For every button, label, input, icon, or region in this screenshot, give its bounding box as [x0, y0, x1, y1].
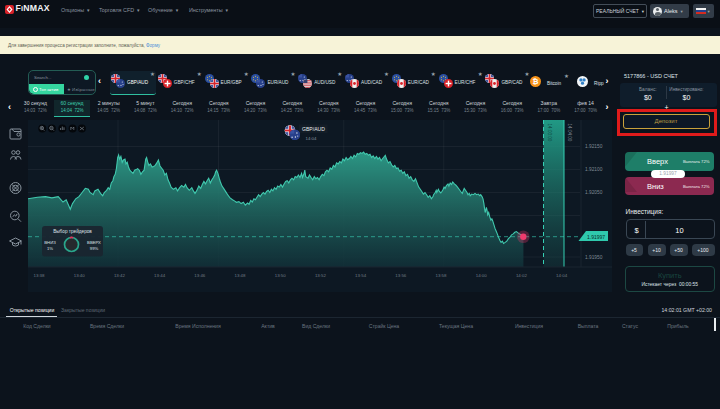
svg-text:99%: 99%	[90, 246, 99, 251]
svg-text:13:54: 13:54	[355, 273, 367, 278]
svg-text:1.91950: 1.91950	[585, 255, 603, 260]
svg-text:13:44: 13:44	[154, 273, 166, 278]
svg-text:13:50: 13:50	[275, 273, 287, 278]
svg-text:1.92050: 1.92050	[585, 190, 603, 195]
svg-text:13:52: 13:52	[315, 273, 327, 278]
svg-text:14:02: 14:02	[516, 273, 528, 278]
svg-text:GBP/AUD: GBP/AUD	[302, 126, 325, 132]
svg-text:13:40: 13:40	[74, 273, 86, 278]
svg-text:13:56: 13:56	[395, 273, 407, 278]
svg-text:1%: 1%	[47, 246, 53, 251]
svg-text:13:58: 13:58	[436, 273, 448, 278]
svg-text:1.92150: 1.92150	[585, 144, 603, 149]
svg-text:1.91997: 1.91997	[587, 234, 605, 240]
svg-text:13:48: 13:48	[235, 273, 247, 278]
svg-text:13:38: 13:38	[34, 273, 46, 278]
svg-text:14:04: 14:04	[556, 273, 568, 278]
svg-text:ВНИЗ: ВНИЗ	[44, 240, 56, 245]
svg-text:14:04:00: 14:04:00	[567, 124, 572, 142]
svg-text:14:00: 14:00	[476, 273, 488, 278]
svg-text:13:42: 13:42	[114, 273, 126, 278]
svg-text:13:46: 13:46	[194, 273, 206, 278]
svg-text:14:04: 14:04	[306, 136, 317, 141]
svg-text:ВВЕРХ: ВВЕРХ	[87, 240, 101, 245]
svg-text:1.92100: 1.92100	[585, 167, 603, 172]
svg-text:14:03:00: 14:03:00	[547, 124, 552, 142]
svg-text:Выбор трейдеров: Выбор трейдеров	[53, 228, 92, 234]
